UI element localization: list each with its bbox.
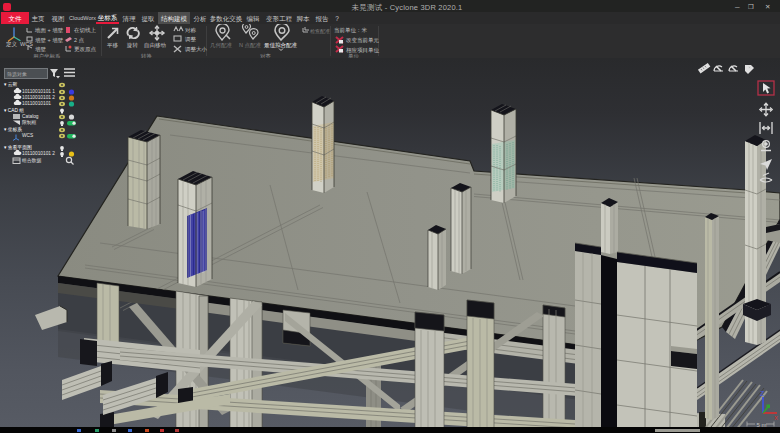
svg-text:Z: Z bbox=[760, 390, 765, 397]
svg-text:X: X bbox=[774, 415, 778, 421]
